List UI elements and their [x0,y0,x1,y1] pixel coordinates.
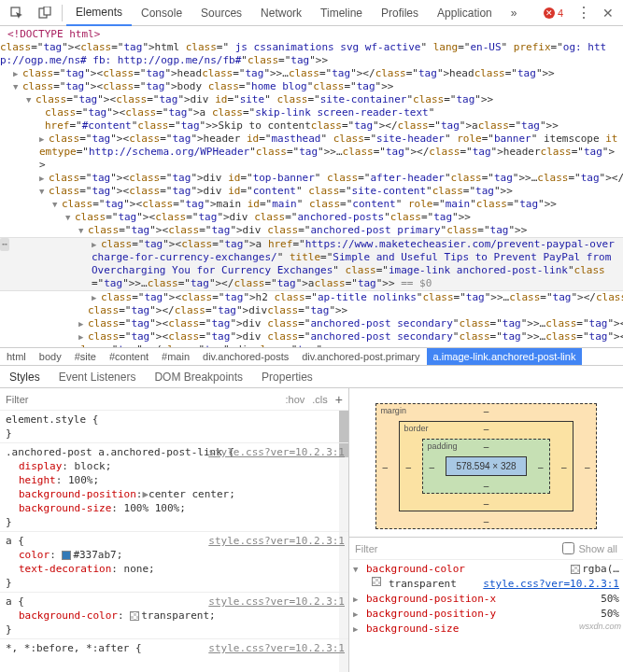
close-icon[interactable]: ✕ [597,6,619,21]
style-rule-3[interactable]: style.css?ver=10.2.3:1 a { background-co… [0,593,348,639]
color-swatch [571,565,580,574]
head-line[interactable]: ▶class="tag"><class="tag">headclass="tag… [0,67,623,80]
source-link[interactable]: style.css?ver=10.2.3:1 [208,595,345,609]
dom-tree[interactable]: <!DOCTYPE html> class="tag"><class="tag"… [0,26,623,347]
primary-open[interactable]: ▼class="tag"><class="tag">div class="anc… [0,224,623,237]
show-all-label: Show all [578,543,617,554]
tab-profiles[interactable]: Profiles [372,0,428,26]
anchored-posts-open[interactable]: ▼class="tag"><class="tag">div class="anc… [0,211,623,224]
tabs-overflow[interactable]: » [502,0,527,26]
top-banner-line[interactable]: ▶class="tag"><class="tag">div id="top-ba… [0,172,623,185]
expand-icon[interactable]: ▶ [353,607,362,622]
tab-elements[interactable]: Elements [66,0,132,26]
tab-console[interactable]: Console [132,0,191,26]
computed-list[interactable]: ▼ background-color rgba(… transparent st… [349,560,623,672]
lower-split: :hov .cls + element.style {} style.css?v… [0,388,623,672]
site-open[interactable]: ▼class="tag"><class="tag">div id="site" … [0,93,623,106]
sidebar-tabs: Styles Event Listeners DOM Breakpoints P… [0,366,623,388]
svg-rect-2 [44,7,50,15]
subtab-dom-breakpoints[interactable]: DOM Breakpoints [145,366,252,388]
tab-network[interactable]: Network [251,0,311,26]
html-open[interactable]: class="tag"><class="tag">html class=" js… [0,41,623,67]
source-link[interactable]: style.css?ver=10.2.3:1 [483,577,619,592]
expand-icon[interactable]: ▼ [353,562,362,577]
skip-link-line[interactable]: class="tag"><class="tag">a class="skip-l… [0,106,623,133]
source-link[interactable]: style.css?ver=10.2.3:1 [208,445,345,459]
styles-filter-bar: :hov .cls + [0,388,348,411]
computed-row[interactable]: ▶ background-position-y 50% [353,607,619,622]
body-open[interactable]: ▼class="tag"><class="tag">body class="ho… [0,80,623,93]
computed-filter-bar: Filter Show all [349,538,623,560]
style-rule-2[interactable]: style.css?ver=10.2.3:1 a { color: #337ab… [0,532,348,593]
anchored-posts-close[interactable]: class="tag"></class="tag">divclass="tag"… [0,343,623,347]
error-icon: ✕ [544,7,555,19]
hov-toggle[interactable]: :hov [286,394,305,405]
crumb-site[interactable]: #site [68,348,103,365]
color-swatch [372,577,381,586]
header-line[interactable]: ▶class="tag"><class="tag">header id="mas… [0,133,623,172]
selected-element[interactable]: ⋯ ▶class="tag"><class="tag">a href="http… [0,237,623,291]
more-menu-icon[interactable]: ⋮ [573,4,595,21]
expand-icon[interactable]: ▶ [353,592,362,607]
crumb-body[interactable]: body [33,348,68,365]
styles-panel: :hov .cls + element.style {} style.css?v… [0,388,349,672]
gutter-dots-icon: ⋯ [0,238,9,251]
source-link[interactable]: style.css?ver=10.2.3:1 [208,534,345,548]
devtools-toolbar: Elements Console Sources Network Timelin… [0,0,623,26]
div-close-1[interactable]: class="tag"></class="tag">divclass="tag"… [0,304,623,317]
breadcrumb: html body #site #content #main div.ancho… [0,347,623,366]
computed-row[interactable]: ▶ background-position-x 50% [353,592,619,607]
styles-filter-input[interactable] [6,394,278,405]
element-style-rule[interactable]: element.style {} [0,411,348,443]
tab-application[interactable]: Application [428,0,502,26]
device-toggle-icon[interactable] [32,2,58,24]
subtab-styles[interactable]: Styles [0,366,50,388]
style-rule-1[interactable]: style.css?ver=10.2.3:1 .anchored-post a.… [0,443,348,532]
doctype-line[interactable]: <!DOCTYPE html> [0,28,623,41]
styles-body[interactable]: element.style {} style.css?ver=10.2.3:1 … [0,411,348,672]
crumb-selected[interactable]: a.image-link.anchored-post-link [427,348,583,365]
h2-line[interactable]: ▶class="tag"><class="tag">h2 class="ap-t… [0,291,623,304]
computed-filter-label[interactable]: Filter [355,543,377,554]
computed-sub-row[interactable]: transparent style.css?ver=10.2.3:1 [353,577,619,592]
subtab-event-listeners[interactable]: Event Listeners [50,366,146,388]
crumb-primary[interactable]: div.anchored-post.primary [295,348,426,365]
new-rule-button[interactable]: + [335,392,343,407]
panel-tabs: Elements Console Sources Network Timelin… [66,0,542,26]
computed-row[interactable]: ▼ background-color rgba(… [353,562,619,577]
content-open[interactable]: ▼class="tag"><class="tag">div id="conten… [0,185,623,198]
color-swatch[interactable] [130,611,139,621]
source-link[interactable]: style.css?ver=10.2.3:1 [208,641,345,655]
box-content: 578.594 × 328 [446,456,526,476]
watermark: wsxdn.com [579,622,621,631]
crumb-main[interactable]: #main [155,348,196,365]
cls-toggle[interactable]: .cls [312,394,328,405]
main-open[interactable]: ▼class="tag"><class="tag">main id="main"… [0,198,623,211]
secondary-1[interactable]: ▶class="tag"><class="tag">div class="anc… [0,317,623,330]
subtab-properties[interactable]: Properties [252,366,322,388]
crumb-html[interactable]: html [0,348,33,365]
crumb-anchored-posts[interactable]: div.anchored-posts [196,348,295,365]
style-rule-4[interactable]: style.css?ver=10.2.3:1 *, *:before, *:af… [0,639,348,657]
crumb-content[interactable]: #content [103,348,155,365]
separator [62,5,63,21]
error-count: 4 [558,7,563,19]
tab-timeline[interactable]: Timeline [311,0,372,26]
show-all-checkbox[interactable] [562,542,574,554]
error-badge[interactable]: ✕ 4 [544,7,563,19]
secondary-2[interactable]: ▶class="tag"><class="tag">div class="anc… [0,330,623,343]
tab-sources[interactable]: Sources [191,0,251,26]
color-swatch[interactable] [62,551,71,560]
box-model[interactable]: margin – – – – border – – – – padding – … [349,388,623,538]
expand-icon[interactable]: ▶ [353,622,362,637]
inspect-icon[interactable] [4,2,30,24]
